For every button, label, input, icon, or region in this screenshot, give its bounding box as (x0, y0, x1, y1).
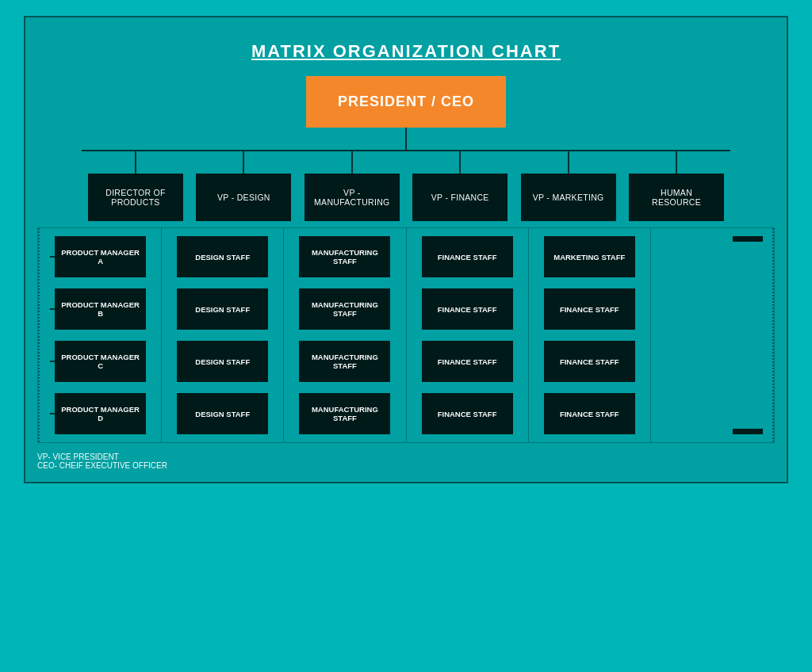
staff-box-3-2: FINANCE STAFF (422, 341, 513, 382)
chart-wrapper: MATRIX ORGANIZATION CHART PRESIDENT / CE… (24, 16, 788, 483)
vp-box-4: VP - MARKETING (521, 174, 616, 221)
staff-grid: PRODUCT MANAGER A PRODUCT MANAGER B PROD… (37, 227, 775, 443)
vp-drop-0 (135, 151, 136, 174)
staff-box-3-3: FINANCE STAFF (422, 393, 513, 434)
grid-col-4: MARKETING STAFF FINANCE STAFF FINANCE ST… (529, 228, 651, 442)
pm-connector-2 (50, 361, 55, 362)
pm-box-2: PRODUCT MANAGER C (55, 341, 146, 382)
vp-item-4: VP - MARKETING (514, 151, 622, 221)
vp-item-0: DIRECTOR OF PRODUCTS (82, 151, 190, 221)
page-title: MATRIX ORGANIZATION CHART (37, 41, 775, 62)
legend: VP- VICE PRESIDENT CEO- CHEIF EXECUTIVE … (37, 452, 775, 470)
legend-line2: CEO- CHEIF EXECUTIVE OFFICER (37, 461, 775, 470)
vp-box-2: VP - MANUFACTURING (304, 174, 400, 221)
grid-col-5 (651, 228, 774, 442)
staff-box-4-2: FINANCE STAFF (544, 341, 635, 382)
staff-box-1-2: DESIGN STAFF (177, 341, 268, 382)
ceo-box: PRESIDENT / CEO (306, 76, 506, 128)
legend-line1: VP- VICE PRESIDENT (37, 452, 775, 461)
staff-box-3-0: FINANCE STAFF (422, 236, 513, 277)
staff-box-1-1: DESIGN STAFF (177, 288, 268, 330)
grid-col-0: PRODUCT MANAGER A PRODUCT MANAGER B PROD… (38, 228, 162, 442)
staff-box-3-1: FINANCE STAFF (422, 288, 513, 330)
top-section: PRESIDENT / CEO (37, 76, 775, 150)
pm-box-3: PRODUCT MANAGER D (55, 393, 146, 434)
vp-item-5: HUMAN RESOURCE (622, 151, 730, 221)
h-bar (82, 150, 730, 151)
vp-drop-5 (676, 151, 677, 174)
page-container: MATRIX ORGANIZATION CHART PRESIDENT / CE… (0, 0, 812, 672)
pm-connector-1 (50, 308, 55, 310)
grid-col-2: MANUFACTURING STAFF MANUFACTURING STAFF … (284, 228, 406, 442)
vp-box-0: DIRECTOR OF PRODUCTS (88, 174, 183, 221)
vp-drop-2 (351, 151, 353, 174)
vp-box-5: HUMAN RESOURCE (629, 174, 724, 221)
vp-item-1: VP - DESIGN (190, 151, 297, 221)
vp-box-1: VP - DESIGN (196, 174, 291, 221)
staff-box-4-3: FINANCE STAFF (544, 393, 635, 434)
vp-row: DIRECTOR OF PRODUCTS VP - DESIGN VP - MA… (82, 151, 730, 221)
hr-bottom-bar (733, 429, 763, 434)
staff-box-4-0: MARKETING STAFF (544, 236, 635, 277)
hr-top-bar (733, 236, 763, 242)
ceo-drop-line (405, 128, 407, 150)
staff-box-1-0: DESIGN STAFF (177, 236, 268, 277)
pm-connector-0 (50, 256, 55, 258)
staff-box-2-3: MANUFACTURING STAFF (299, 393, 390, 434)
vp-drop-4 (568, 151, 569, 174)
vp-item-3: VP - FINANCE (406, 151, 514, 221)
staff-box-2-1: MANUFACTURING STAFF (299, 288, 390, 330)
pm-box-0: PRODUCT MANAGER A (55, 236, 146, 277)
staff-box-2-0: MANUFACTURING STAFF (299, 236, 390, 277)
grid-col-1: DESIGN STAFF DESIGN STAFF DESIGN STAFF D… (162, 228, 284, 442)
h-bar-container (82, 150, 730, 151)
staff-box-2-2: MANUFACTURING STAFF (299, 341, 390, 382)
pm-box-1: PRODUCT MANAGER B (55, 288, 146, 330)
vp-drop-3 (459, 151, 461, 174)
staff-box-1-3: DESIGN STAFF (177, 393, 268, 434)
pm-connector-3 (50, 413, 55, 414)
vp-box-3: VP - FINANCE (412, 174, 508, 221)
grid-col-3: FINANCE STAFF FINANCE STAFF FINANCE STAF… (407, 228, 529, 442)
vp-drop-1 (243, 151, 244, 174)
staff-box-4-1: FINANCE STAFF (544, 288, 635, 330)
vp-item-2: VP - MANUFACTURING (298, 151, 406, 221)
